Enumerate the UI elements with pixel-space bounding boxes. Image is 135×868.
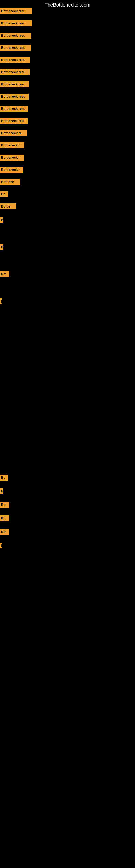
bottleneck-bar: Bottleneck resu <box>0 8 32 14</box>
bottleneck-bar: Bottle <box>0 204 16 209</box>
bottleneck-bar: Bo <box>0 191 8 197</box>
bottleneck-bar: Bottleneck resu <box>0 33 31 38</box>
bottleneck-bar: Bot <box>0 271 9 277</box>
bottleneck-bar: Bottleneck resu <box>0 45 31 51</box>
bottleneck-bar: Bottleneck re <box>0 130 27 136</box>
bottleneck-bar: Bottleneck resu <box>0 20 32 26</box>
bottleneck-bar: Bot <box>0 516 9 521</box>
bottleneck-bar: Bottleneck resu <box>0 106 28 112</box>
bottleneck-bar: B <box>0 217 3 223</box>
bottleneck-bar: Bottleneck resu <box>0 94 29 99</box>
bottleneck-bar: Bottleneck resu <box>0 82 29 87</box>
bottleneck-bar: Bottlene <box>0 179 20 185</box>
bottleneck-bar: Bot <box>0 502 9 508</box>
bottleneck-bar: | <box>0 299 2 304</box>
bottleneck-bar: Bottleneck resu <box>0 118 28 124</box>
bottleneck-bar: Bo <box>0 475 8 480</box>
bottleneck-bar: B <box>0 542 2 549</box>
bottleneck-bar: B <box>0 488 3 494</box>
bottleneck-bar: B <box>0 244 3 250</box>
bottleneck-bar: Bottleneck resu <box>0 69 30 75</box>
bottleneck-bar: Bottleneck r <box>0 167 23 173</box>
bottleneck-bar: Bot <box>0 529 9 535</box>
bottleneck-bar: Bottleneck r <box>0 143 24 148</box>
bottleneck-bar: Bottleneck r <box>0 155 24 161</box>
bottleneck-bar: Bottleneck resu <box>0 57 30 63</box>
